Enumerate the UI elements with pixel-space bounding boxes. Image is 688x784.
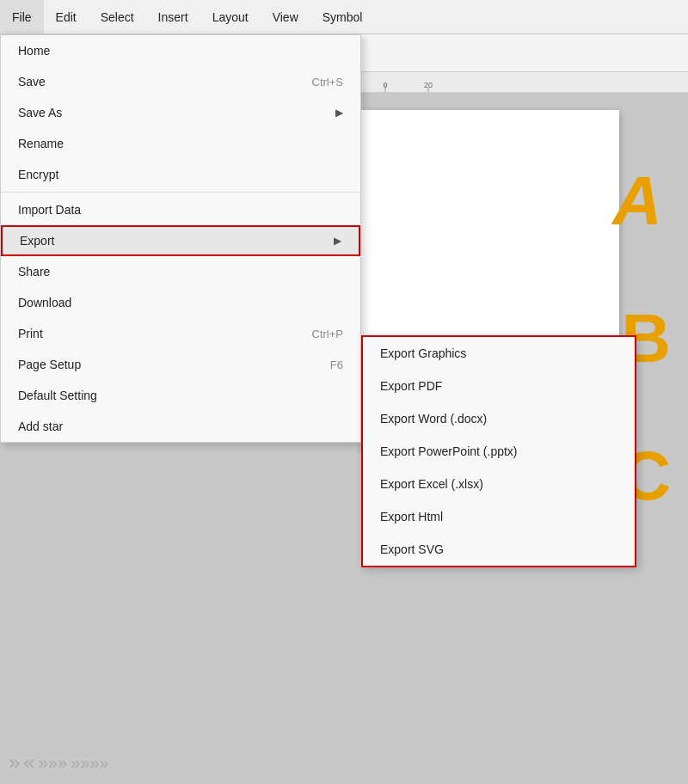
submenu-item-export-svg-label: Export SVG	[380, 542, 444, 556]
menu-layout[interactable]: Layout	[200, 0, 261, 34]
menu-item-export[interactable]: Export ▶	[1, 225, 360, 256]
arrows-decoration: » « »»» »»»»	[0, 741, 361, 784]
menu-item-home-label: Home	[18, 44, 50, 58]
save-as-arrow-icon: ▶	[335, 107, 343, 119]
submenu-item-export-xlsx-label: Export Excel (.xlsx)	[380, 477, 483, 491]
submenu-item-export-html[interactable]: Export Html	[363, 500, 635, 533]
menu-item-default-setting[interactable]: Default Setting	[1, 380, 360, 411]
menu-item-save-shortcut: Ctrl+S	[312, 76, 343, 89]
menu-item-add-star-label: Add star	[18, 420, 63, 433]
menu-item-encrypt-label: Encrypt	[18, 168, 58, 181]
arrow-1: »	[9, 750, 20, 775]
menu-item-add-star[interactable]: Add star	[1, 411, 360, 442]
submenu-item-export-graphics-label: Export Graphics	[380, 346, 466, 360]
menu-item-print[interactable]: Print Ctrl+P	[1, 318, 360, 349]
menu-item-print-shortcut: Ctrl+P	[312, 328, 343, 340]
export-arrow-icon: ▶	[334, 235, 341, 247]
arrow-3: »»»	[39, 753, 67, 773]
menu-item-rename[interactable]: Rename	[1, 128, 360, 159]
menu-item-page-setup-shortcut: F6	[330, 358, 343, 371]
menu-item-print-label: Print	[18, 327, 43, 340]
menu-item-default-setting-label: Default Setting	[18, 389, 97, 402]
menu-item-page-setup[interactable]: Page Setup F6	[1, 349, 360, 380]
menu-item-save-as-label: Save As	[18, 106, 62, 119]
menu-item-page-setup-label: Page Setup	[18, 358, 81, 371]
menu-insert[interactable]: Insert	[146, 0, 200, 34]
menu-item-download-label: Download	[18, 296, 71, 309]
menu-item-import-data-label: Import Data	[18, 203, 81, 217]
menu-file[interactable]: File	[0, 0, 44, 34]
menu-item-save-as[interactable]: Save As ▶	[1, 97, 360, 128]
menu-item-encrypt[interactable]: Encrypt	[1, 159, 360, 190]
menu-item-save[interactable]: Save Ctrl+S	[1, 66, 360, 97]
menu-item-export-label: Export	[20, 234, 54, 248]
submenu-item-export-svg[interactable]: Export SVG	[363, 533, 635, 566]
arrow-4: »»»»	[71, 753, 109, 773]
submenu-item-export-html-label: Export Html	[380, 510, 443, 524]
menu-item-import-data[interactable]: Import Data	[1, 194, 360, 225]
decorative-letter-a: A	[612, 162, 662, 241]
submenu-item-export-pptx[interactable]: Export PowerPoint (.pptx)	[363, 435, 635, 468]
menu-item-share[interactable]: Share	[1, 256, 360, 287]
menu-item-save-label: Save	[18, 75, 46, 89]
submenu-item-export-pptx-label: Export PowerPoint (.pptx)	[380, 444, 518, 458]
menu-select[interactable]: Select	[89, 0, 146, 34]
submenu-item-export-xlsx[interactable]: Export Excel (.xlsx)	[363, 468, 635, 500]
submenu-item-export-word-label: Export Word (.docx)	[380, 412, 487, 426]
menu-item-home[interactable]: Home	[1, 35, 360, 66]
menu-bar: File Edit Select Insert Layout View Symb…	[0, 0, 688, 34]
menu-item-download[interactable]: Download	[1, 287, 360, 318]
menu-item-rename-label: Rename	[18, 137, 64, 150]
export-submenu: Export Graphics Export PDF Export Word (…	[361, 335, 636, 567]
menu-view[interactable]: View	[261, 0, 310, 34]
submenu-item-export-pdf-label: Export PDF	[380, 379, 442, 393]
arrow-2: «	[23, 750, 34, 775]
submenu-item-export-graphics[interactable]: Export Graphics	[363, 337, 635, 370]
menu-edit[interactable]: Edit	[44, 0, 89, 34]
submenu-item-export-pdf[interactable]: Export PDF	[363, 370, 635, 402]
submenu-item-export-word[interactable]: Export Word (.docx)	[363, 402, 635, 435]
menu-symbol[interactable]: Symbol	[310, 0, 375, 34]
menu-divider-1	[1, 192, 360, 193]
menu-item-share-label: Share	[18, 265, 50, 279]
file-menu-dropdown: Home Save Ctrl+S Save As ▶ Rename Encryp…	[0, 34, 361, 443]
